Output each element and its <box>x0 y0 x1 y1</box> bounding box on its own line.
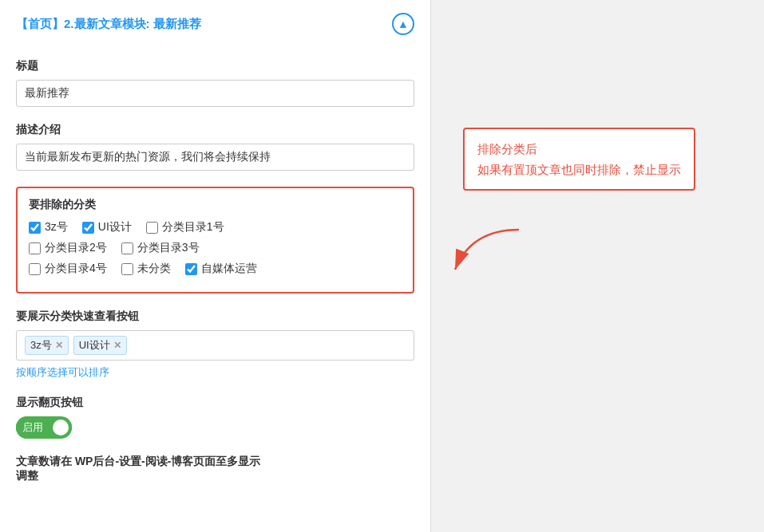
toggle-knob-wrapper <box>49 417 72 438</box>
tags-input[interactable]: 3z号 ✕ UI设计 ✕ <box>16 330 414 361</box>
toggle-knob <box>53 420 69 435</box>
bottom-note: 文章数请在 WP后台-设置-阅读-博客页面至多显示 调整 <box>16 455 414 483</box>
checkbox-3z-label: 3z号 <box>45 220 68 234</box>
tag-3z-close[interactable]: ✕ <box>55 340 63 351</box>
checkbox-row-1: 3z号 UI设计 分类目录1号 <box>29 220 402 234</box>
checkbox-uncat[interactable]: 未分类 <box>121 262 171 276</box>
arrow-svg <box>439 222 535 286</box>
checkbox-cat3[interactable]: 分类目录3号 <box>121 241 200 255</box>
checkbox-row-2: 分类目录2号 分类目录3号 <box>29 241 402 255</box>
checkbox-cat1[interactable]: 分类目录1号 <box>146 220 224 234</box>
annotation-line2: 如果有置顶文章也同时排除，禁止显示 <box>477 160 681 180</box>
checkbox-media[interactable]: 自媒体运营 <box>185 262 257 276</box>
description-section: 描述介绍 <box>16 123 414 171</box>
toggle-switch-container[interactable]: 启用 <box>16 416 72 439</box>
annotation-box: 排除分类后 如果有置顶文章也同时排除，禁止显示 <box>463 128 695 191</box>
title-label: 标题 <box>16 59 414 73</box>
checkbox-cat1-label: 分类目录1号 <box>162 220 224 234</box>
checkbox-uncat-label: 未分类 <box>137 262 171 276</box>
checkbox-cat2[interactable]: 分类目录2号 <box>29 241 107 255</box>
pagination-section: 显示翻页按钮 启用 <box>16 396 414 439</box>
right-panel: 排除分类后 如果有置顶文章也同时排除，禁止显示 <box>431 0 764 532</box>
module-title: 【首页】2.最新文章模块: 最新推荐 <box>16 17 201 32</box>
toggle-on-label: 启用 <box>16 416 49 439</box>
toggle-row: 启用 <box>16 416 414 439</box>
checkbox-cat4[interactable]: 分类目录4号 <box>29 262 107 276</box>
bottom-note-line1: 文章数请在 WP后台-设置-阅读-博客页面至多显示 <box>16 455 260 467</box>
tag-ui-close[interactable]: ✕ <box>113 340 121 351</box>
checkbox-3z-input[interactable] <box>29 222 41 234</box>
description-input[interactable] <box>16 144 414 171</box>
quick-view-label: 要展示分类快速查看按钮 <box>16 309 414 324</box>
checkbox-cat2-label: 分类目录2号 <box>45 241 107 255</box>
checkbox-ui-label: UI设计 <box>98 220 132 234</box>
checkbox-cat3-label: 分类目录3号 <box>137 241 200 255</box>
annotation-line1: 排除分类后 <box>477 139 681 160</box>
description-label: 描述介绍 <box>16 123 414 137</box>
tag-ui-text: UI设计 <box>79 338 110 353</box>
module-header-text: 【首页】2.最新文章模块: <box>16 17 150 30</box>
title-input[interactable] <box>16 80 414 107</box>
collapse-icon: ▲ <box>398 18 409 30</box>
tag-3z: 3z号 ✕ <box>25 336 69 355</box>
arrow-container <box>439 222 535 270</box>
collapse-button[interactable]: ▲ <box>392 13 414 35</box>
checkbox-uncat-input[interactable] <box>121 263 133 275</box>
checkbox-ui-input[interactable] <box>82 222 94 234</box>
checkbox-3z[interactable]: 3z号 <box>29 220 68 234</box>
title-section: 标题 <box>16 59 414 107</box>
checkbox-media-label: 自媒体运营 <box>201 262 257 276</box>
left-panel: 【首页】2.最新文章模块: 最新推荐 ▲ 标题 描述介绍 要排除的分类 3z号 <box>0 0 431 532</box>
exclude-category-box: 要排除的分类 3z号 UI设计 分类目录1号 <box>16 187 414 294</box>
checkbox-media-input[interactable] <box>185 263 197 275</box>
quick-view-section: 要展示分类快速查看按钮 3z号 ✕ UI设计 ✕ 按顺序选择可以排序 <box>16 309 414 380</box>
checkbox-cat4-label: 分类目录4号 <box>45 262 107 276</box>
checkbox-cat1-input[interactable] <box>146 222 158 234</box>
checkbox-cat2-input[interactable] <box>29 242 41 254</box>
module-header: 【首页】2.最新文章模块: 最新推荐 ▲ <box>16 13 414 43</box>
checkbox-row-3: 分类目录4号 未分类 自媒体运营 <box>29 262 402 276</box>
tags-hint: 按顺序选择可以排序 <box>16 365 414 380</box>
checkbox-cat3-input[interactable] <box>121 242 133 254</box>
pagination-label: 显示翻页按钮 <box>16 396 414 410</box>
checkbox-cat4-input[interactable] <box>29 263 41 275</box>
tag-3z-text: 3z号 <box>30 338 52 353</box>
bottom-note-line2: 调整 <box>16 469 38 482</box>
checkbox-ui[interactable]: UI设计 <box>82 220 132 234</box>
tag-ui: UI设计 ✕ <box>73 336 127 355</box>
exclude-category-label: 要排除的分类 <box>29 198 402 212</box>
module-highlight: 最新推荐 <box>153 17 201 30</box>
